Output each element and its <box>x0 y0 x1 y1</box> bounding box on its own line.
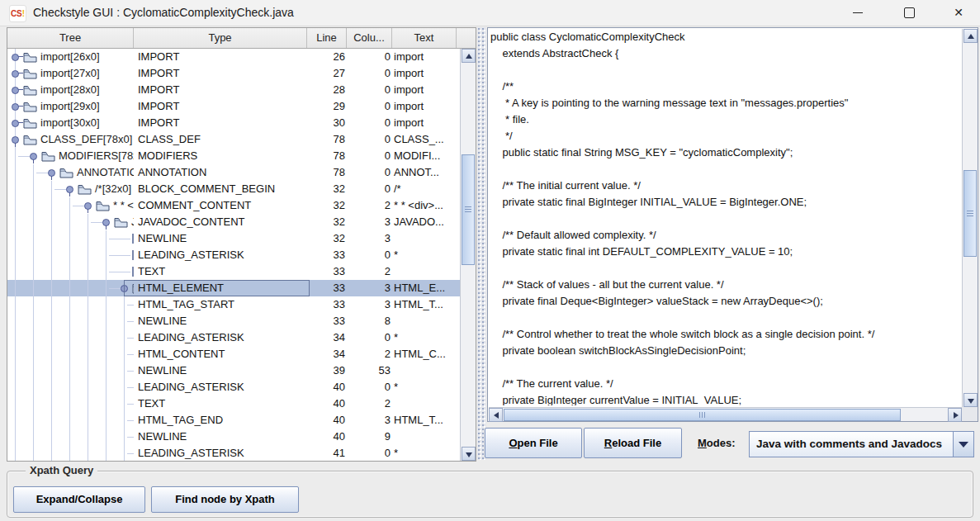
type-cell: HTML_CONTENT <box>138 346 225 362</box>
text-cell: HTML_T... <box>394 412 443 429</box>
arrow-up-icon <box>466 54 472 59</box>
tree-cell: ANNOTATIC <box>7 164 134 181</box>
type-cell: IMPORT <box>138 115 179 131</box>
open-file-button[interactable]: Open File <box>485 428 582 458</box>
tree-guide-line <box>106 280 107 296</box>
text-cell: * <box>394 329 398 346</box>
table-row[interactable]: HTML_CONTENT342HTML_C... <box>7 346 460 362</box>
table-row[interactable]: NEWLINE323 <box>7 230 460 247</box>
table-row[interactable]: TEXT332 <box>7 263 460 280</box>
table-row[interactable]: * * <COMMENT_CONTENT322* * <div>... <box>7 197 460 214</box>
reload-file-button[interactable]: Reload File <box>584 428 682 458</box>
tree-guide-line <box>88 429 88 445</box>
minimize-button[interactable] <box>839 0 877 26</box>
scroll-down-button[interactable] <box>462 447 476 461</box>
type-cell: IMPORT <box>138 98 179 115</box>
tree-guide-line <box>33 214 34 230</box>
text-cell: /* <box>394 181 401 197</box>
combobox-arrow-button[interactable] <box>953 432 973 457</box>
tree-guide-line <box>124 313 125 329</box>
expand-collapse-button[interactable]: Expand/Collapse <box>13 486 145 513</box>
table-row[interactable]: HTML_TAG_START333HTML_T... <box>7 296 460 313</box>
table-row[interactable]: MODIFIERS[78xMODIFIERS780MODIFI... <box>7 148 460 164</box>
table-row[interactable]: LEADING_ASTERISK400* <box>7 379 460 395</box>
table-row[interactable]: import[29x0]IMPORT290import <box>7 98 460 115</box>
table-row[interactable]: LEADING_ASTERISK410* <box>7 445 460 461</box>
table-row[interactable]: JJAVADOC_CONTENT323JAVADO... <box>7 214 460 230</box>
table-row[interactable]: LEADING_ASTERISK330* <box>7 247 460 263</box>
scroll-up-button[interactable] <box>462 49 476 63</box>
table-vertical-scrollbar[interactable] <box>460 49 476 461</box>
tree-guide-line <box>69 313 70 329</box>
line-cell: 78 <box>308 131 345 148</box>
code-scrollbar-thumb[interactable] <box>963 170 977 257</box>
table-header: Tree Type Line Colu... Text <box>7 28 476 49</box>
scroll-right-button[interactable] <box>948 408 962 422</box>
tree-toggle-icon[interactable] <box>12 120 19 127</box>
column-header-tree[interactable]: Tree <box>7 28 134 48</box>
tree-guide-line <box>51 329 52 346</box>
tree-toggle-icon[interactable] <box>12 87 19 94</box>
modes-selected-value: Java with comments and Javadocs <box>756 432 942 457</box>
table-row[interactable]: NEWLINE338 <box>7 313 460 329</box>
scroll-left-button[interactable] <box>489 408 503 422</box>
column-header-text[interactable]: Text <box>392 28 457 48</box>
tree-cell: /*[32x0] <box>7 181 134 197</box>
tree-toggle-icon[interactable] <box>12 70 19 78</box>
table-row[interactable]: ANNOTATICANNOTATION780ANNOT... <box>7 164 460 181</box>
code-horizontal-scrollbar[interactable] <box>489 407 962 421</box>
column-header-line[interactable]: Line <box>307 28 347 48</box>
close-button[interactable]: ✕ <box>940 0 978 26</box>
scrollbar-corner <box>962 407 978 421</box>
table-row[interactable]: TEXT402 <box>7 395 460 412</box>
text-cell: HTML_C... <box>394 346 446 362</box>
window-title: Checkstyle GUI : CyclomaticComplexityChe… <box>33 0 294 26</box>
table-row[interactable]: HTML_TAG_END403HTML_T... <box>7 412 460 429</box>
type-cell: MODIFIERS <box>138 148 197 164</box>
table-row[interactable]: /*[32x0]BLOCK_COMMENT_BEGIN320/* <box>7 181 460 197</box>
column-cell: 2 <box>348 346 391 362</box>
code-vertical-scrollbar[interactable] <box>962 29 978 407</box>
table-row[interactable]: LEADING_ASTERISK340* <box>7 329 460 346</box>
code-hscrollbar-thumb[interactable] <box>504 409 901 421</box>
tree-toggle-icon[interactable] <box>12 54 19 61</box>
tree-toggle-icon[interactable] <box>12 103 19 111</box>
scroll-down-button[interactable] <box>963 393 978 407</box>
tree-connector <box>127 354 134 355</box>
table-row[interactable]: NEWLINE409 <box>7 429 460 445</box>
table-row[interactable]: NEWLINE3953 <box>7 362 460 379</box>
line-cell: 40 <box>308 429 345 445</box>
table-scrollbar-thumb[interactable] <box>462 154 475 265</box>
title-bar[interactable]: CS! Checkstyle GUI : CyclomaticComplexit… <box>0 0 980 26</box>
type-cell: TEXT <box>138 395 165 412</box>
tree-connector <box>127 437 134 438</box>
table-row[interactable]: import[28x0]IMPORT280import <box>7 82 460 98</box>
column-header-column[interactable]: Colu... <box>347 28 392 48</box>
table-row[interactable]: import[27x0]IMPORT270import <box>7 65 460 82</box>
tree-guide-line <box>88 362 88 379</box>
checkstyle-gui-window: CS! Checkstyle GUI : CyclomaticComplexit… <box>0 0 980 521</box>
tree-guide-line <box>51 296 52 313</box>
column-cell: 2 <box>348 395 391 412</box>
tree-guide-line <box>69 429 70 445</box>
tree-connector <box>109 288 121 289</box>
table-row[interactable]: CLASS_DEF[78x0]CLASS_DEF780CLASS_... <box>7 131 460 148</box>
source-code-text[interactable]: public class CyclomaticComplexityCheck e… <box>490 29 961 405</box>
line-cell: 32 <box>308 230 345 247</box>
modes-combobox[interactable]: Java with comments and Javadocs <box>749 431 974 457</box>
maximize-button[interactable] <box>890 0 928 26</box>
table-row[interactable]: import[26x0]IMPORT260import <box>7 49 460 65</box>
column-cell: 3 <box>348 230 391 247</box>
tree-guide-line <box>15 362 16 379</box>
column-header-type[interactable]: Type <box>134 28 307 48</box>
find-node-by-xpath-button[interactable]: Find node by Xpath <box>151 486 299 513</box>
scroll-up-button[interactable] <box>963 29 978 43</box>
tree-guide-line <box>15 412 16 429</box>
tree-toggle-stem <box>33 159 34 163</box>
column-cell: 3 <box>348 280 391 296</box>
table-row[interactable]: HTML_ELEMENT333HTML_E... <box>7 280 460 296</box>
text-cell: import <box>394 115 424 131</box>
table-row[interactable]: import[30x0]IMPORT300import <box>7 115 460 131</box>
tree-guide-line <box>33 181 34 197</box>
split-pane-divider[interactable] <box>477 27 486 460</box>
